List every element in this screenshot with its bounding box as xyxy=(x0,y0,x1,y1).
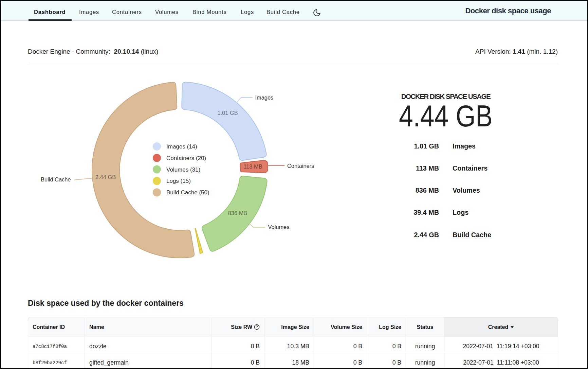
svg-text:Images (14): Images (14) xyxy=(166,143,197,150)
svg-text:Volumes (31): Volumes (31) xyxy=(166,166,200,173)
svg-text:1.01 GB: 1.01 GB xyxy=(217,110,238,116)
svg-text:?: ? xyxy=(256,325,258,329)
svg-text:Volumes: Volumes xyxy=(268,224,290,230)
svg-text:Containers: Containers xyxy=(287,163,314,169)
svg-text:Images: Images xyxy=(255,94,274,101)
svg-text:2.44 GB: 2.44 GB xyxy=(95,174,116,180)
svg-text:Build Cache: Build Cache xyxy=(41,176,71,182)
svg-text:113 MB: 113 MB xyxy=(243,163,262,170)
svg-text:Build Cache (50): Build Cache (50) xyxy=(166,189,209,196)
svg-text:836 MB: 836 MB xyxy=(228,210,247,216)
svg-text:Logs (15): Logs (15) xyxy=(166,178,191,184)
svg-text:Containers (20): Containers (20) xyxy=(166,155,206,161)
